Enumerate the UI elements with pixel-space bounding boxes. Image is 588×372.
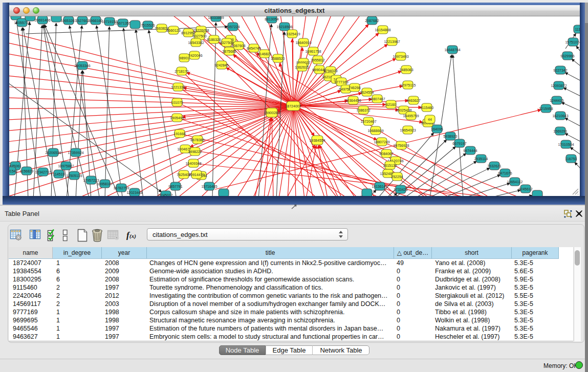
svg-text:17957223: 17957223 — [83, 179, 99, 182]
svg-text:18724007: 18724007 — [285, 104, 301, 108]
svg-text:(x): (x) — [129, 233, 136, 239]
svg-text:7386372: 7386372 — [356, 108, 370, 112]
svg-text:9777169: 9777169 — [334, 80, 348, 84]
svg-text:10958107: 10958107 — [97, 182, 113, 186]
svg-text:9245612: 9245612 — [518, 187, 532, 191]
svg-text:1221338: 1221338 — [171, 85, 185, 89]
svg-text:9227342: 9227342 — [553, 69, 567, 72]
svg-text:12342737: 12342737 — [35, 170, 51, 174]
svg-text:2718170: 2718170 — [175, 70, 188, 73]
svg-text:8678385: 8678385 — [190, 138, 204, 142]
svg-text:9474444: 9474444 — [463, 149, 477, 152]
svg-text:16154808: 16154808 — [375, 28, 390, 32]
svg-text:9242845: 9242845 — [214, 63, 228, 67]
svg-text:7357224: 7357224 — [226, 25, 239, 29]
svg-text:20206536: 20206536 — [45, 151, 61, 155]
svg-text:16033809: 16033809 — [208, 16, 224, 19]
svg-text:252254: 252254 — [391, 175, 403, 179]
svg-text:17010504: 17010504 — [558, 143, 574, 146]
svg-text:2935114: 2935114 — [474, 157, 488, 161]
svg-text:1527602: 1527602 — [75, 19, 89, 23]
svg-text:16961758: 16961758 — [305, 50, 321, 53]
svg-text:1112: 1112 — [575, 28, 580, 31]
svg-text:15751074: 15751074 — [565, 40, 580, 44]
svg-text:3875685: 3875685 — [222, 50, 236, 53]
svg-text:62160: 62160 — [386, 103, 396, 106]
svg-text:7955812: 7955812 — [311, 58, 324, 62]
svg-text:5938923: 5938923 — [443, 135, 457, 138]
svg-text:1615132: 1615132 — [383, 164, 397, 167]
svg-text:18807249: 18807249 — [374, 140, 389, 144]
svg-text:6966160: 6966160 — [89, 19, 102, 23]
svg-text:17359924: 17359924 — [68, 151, 83, 155]
svg-text:18640910: 18640910 — [295, 41, 311, 45]
svg-text:9084067: 9084067 — [379, 152, 393, 156]
svg-text:12505135: 12505135 — [66, 174, 82, 178]
svg-text:8660123: 8660123 — [166, 29, 180, 32]
svg-text:8186328: 8186328 — [207, 38, 221, 41]
svg-text:8454749: 8454749 — [247, 47, 260, 50]
svg-text:191668: 191668 — [173, 132, 185, 136]
svg-text:2367608: 2367608 — [231, 44, 245, 48]
svg-text:114519: 114519 — [53, 172, 65, 176]
svg-text:1905493: 1905493 — [170, 116, 184, 120]
svg-text:10653267: 10653267 — [60, 19, 76, 23]
svg-text:12975115: 12975115 — [400, 83, 416, 87]
svg-text:746266: 746266 — [349, 86, 360, 90]
svg-text:1362615: 1362615 — [295, 65, 309, 69]
svg-text:98901: 98901 — [179, 56, 189, 60]
svg-text:9115460: 9115460 — [420, 106, 434, 110]
svg-text:8813054: 8813054 — [265, 17, 278, 21]
svg-text:10914479: 10914479 — [188, 173, 204, 177]
svg-text:6679197: 6679197 — [452, 142, 466, 145]
svg-text:16543382: 16543382 — [188, 41, 204, 45]
svg-text:15900283: 15900283 — [264, 111, 279, 115]
svg-text:19218506: 19218506 — [276, 25, 292, 29]
svg-text:12023448: 12023448 — [126, 191, 142, 194]
svg-text:44: 44 — [428, 118, 432, 121]
svg-text:1244415: 1244415 — [550, 99, 563, 102]
svg-text:9146821: 9146821 — [257, 52, 271, 56]
svg-text:10654112: 10654112 — [507, 180, 523, 184]
svg-text:16782759: 16782759 — [113, 186, 129, 190]
svg-text:7515526: 7515526 — [141, 24, 155, 27]
svg-text:8471676: 8471676 — [498, 171, 512, 175]
svg-text:3624554: 3624554 — [360, 91, 374, 94]
svg-text:16210643: 16210643 — [552, 114, 568, 118]
svg-text:9245012: 9245012 — [159, 193, 172, 196]
svg-text:29053346: 29053346 — [74, 64, 90, 68]
svg-text:10807467: 10807467 — [369, 97, 385, 101]
svg-text:16671355: 16671355 — [115, 21, 130, 25]
svg-text:12213967: 12213967 — [384, 40, 400, 43]
svg-text:19756928: 19756928 — [393, 144, 409, 147]
svg-text:1733426: 1733426 — [394, 188, 407, 191]
svg-text:15716485: 15716485 — [201, 185, 217, 188]
svg-text:101075: 101075 — [171, 101, 183, 104]
svg-text:164095: 164095 — [431, 127, 443, 131]
svg-text:9327500: 9327500 — [192, 34, 206, 38]
svg-text:19654923: 19654923 — [400, 128, 416, 132]
svg-text:14055714: 14055714 — [14, 21, 30, 25]
svg-text:3498222: 3498222 — [188, 150, 202, 154]
svg-text:1588520: 1588520 — [271, 57, 285, 60]
svg-text:16409348: 16409348 — [185, 162, 201, 165]
svg-text:116753: 116753 — [565, 157, 577, 161]
svg-text:1156829: 1156829 — [20, 169, 34, 173]
svg-text:7632621: 7632621 — [487, 164, 501, 168]
svg-text:9329966: 9329966 — [560, 54, 574, 58]
svg-text:3215958: 3215958 — [539, 107, 553, 111]
svg-text:2087682: 2087682 — [365, 19, 379, 23]
svg-text:10973493: 10973493 — [393, 55, 408, 58]
svg-text:7485063: 7485063 — [399, 68, 413, 72]
svg-text:20364456: 20364456 — [345, 99, 361, 102]
svg-text:39154: 39154 — [9, 169, 16, 173]
svg-text:10975887: 10975887 — [58, 164, 74, 168]
svg-text:1569291: 1569291 — [553, 129, 567, 133]
svg-text:16648784: 16648784 — [444, 48, 460, 52]
svg-text:9463627: 9463627 — [406, 99, 420, 102]
svg-text:13325419: 13325419 — [284, 32, 300, 36]
svg-text:6794028: 6794028 — [323, 69, 337, 73]
svg-text:15720407: 15720407 — [360, 120, 376, 123]
svg-text:19384554: 19384554 — [309, 139, 325, 142]
svg-text:12093872: 12093872 — [551, 84, 567, 87]
